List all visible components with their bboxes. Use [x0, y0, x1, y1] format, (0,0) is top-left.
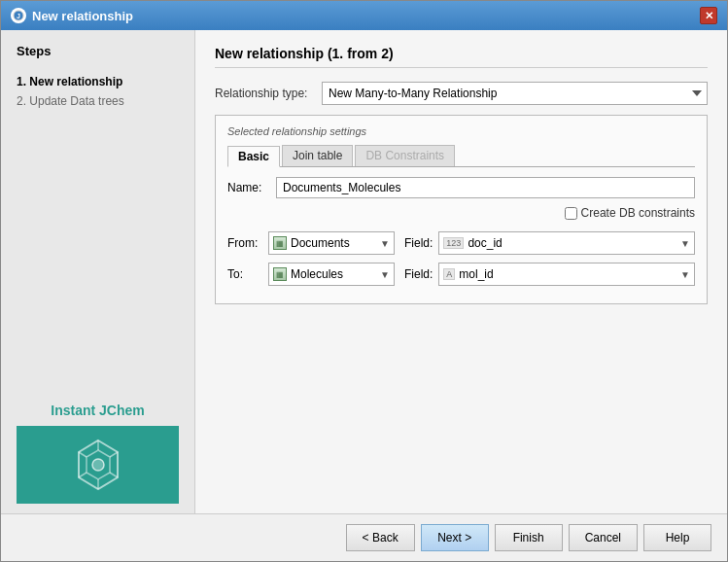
brand-text: Instant JChem	[17, 403, 179, 418]
svg-text:J: J	[17, 13, 20, 19]
svg-line-7	[110, 473, 118, 477]
dialog-icon: J	[11, 8, 26, 23]
to-field-value: mol_id	[459, 267, 493, 281]
relationship-type-label: Relationship type:	[215, 87, 322, 100]
to-table-value: Molecules	[291, 267, 343, 281]
main-title: New relationship (1. from 2)	[215, 46, 708, 68]
from-table-value: Documents	[291, 236, 350, 250]
svg-line-10	[79, 452, 87, 457]
to-table-dropdown[interactable]: ▦ Molecules ▼	[268, 263, 395, 286]
cancel-button[interactable]: Cancel	[569, 524, 638, 551]
from-row: From: ▦ Documents ▼ Field: 123 doc_id	[227, 231, 695, 255]
to-field-dropdown[interactable]: A mol_id ▼	[438, 263, 695, 286]
sidebar: Steps 1. New relationship 2. Update Data…	[1, 30, 195, 513]
create-db-label: Create DB constraints	[581, 206, 695, 220]
create-db-checkbox[interactable]	[565, 207, 577, 220]
step-2: 2. Update Data trees	[17, 91, 179, 111]
to-field-arrow-icon: ▼	[680, 269, 690, 280]
from-table-icon: ▦	[273, 236, 287, 250]
name-row: Name:	[227, 177, 695, 198]
from-table-dropdown[interactable]: ▦ Documents ▼	[268, 231, 395, 255]
svg-line-6	[110, 452, 118, 457]
step-1: 1. New relationship	[17, 72, 179, 91]
name-label: Name:	[227, 181, 276, 194]
relationship-type-row: Relationship type: New Many-to-Many Rela…	[215, 82, 708, 105]
svg-point-4	[92, 459, 104, 471]
from-field-value: doc_id	[468, 236, 502, 250]
tab-join-table[interactable]: Join table	[282, 145, 353, 166]
relationship-type-dropdown[interactable]: New Many-to-Many Relationship	[322, 82, 708, 105]
title-bar: J New relationship ✕	[1, 1, 727, 30]
settings-legend: Selected relationship settings	[227, 125, 695, 137]
from-field-arrow-icon: ▼	[680, 238, 690, 249]
main-panel: New relationship (1. from 2) Relationshi…	[195, 30, 727, 513]
brand-logo-icon	[69, 436, 127, 494]
back-button[interactable]: < Back	[346, 524, 415, 551]
content-area: Steps 1. New relationship 2. Update Data…	[1, 30, 727, 513]
brand-logo-area	[17, 426, 179, 504]
to-field-type-icon: A	[443, 268, 455, 280]
to-field-label: Field:	[404, 267, 433, 281]
name-input[interactable]	[276, 177, 695, 198]
sidebar-brand: Instant JChem	[1, 393, 194, 513]
from-label: From:	[227, 236, 268, 250]
dialog: J New relationship ✕ Steps 1. New relati…	[0, 0, 728, 562]
relationship-type-wrapper: New Many-to-Many Relationship	[322, 82, 708, 105]
tab-basic[interactable]: Basic	[227, 146, 280, 167]
finish-button[interactable]: Finish	[495, 524, 563, 551]
from-field-type-icon: 123	[443, 237, 464, 249]
from-field-label: Field:	[404, 236, 433, 250]
to-table-icon: ▦	[273, 267, 287, 281]
title-bar-left: J New relationship	[11, 8, 133, 23]
next-button[interactable]: Next >	[421, 524, 489, 551]
close-button[interactable]: ✕	[700, 7, 717, 24]
steps-title: Steps	[17, 44, 179, 58]
help-button[interactable]: Help	[643, 524, 711, 551]
footer: < Back Next > Finish Cancel Help	[1, 513, 727, 561]
settings-group-box: Selected relationship settings Basic Joi…	[215, 115, 708, 304]
settings-tabs: Basic Join table DB Constraints	[227, 145, 695, 167]
tab-db-constraints: DB Constraints	[355, 145, 455, 166]
from-field-dropdown[interactable]: 123 doc_id ▼	[438, 231, 695, 255]
create-db-row: Create DB constraints	[227, 206, 695, 220]
sidebar-top: Steps 1. New relationship 2. Update Data…	[1, 30, 194, 393]
svg-line-9	[79, 473, 87, 477]
to-table-arrow-icon: ▼	[380, 269, 390, 280]
dialog-title: New relationship	[32, 9, 133, 23]
to-label: To:	[227, 267, 268, 281]
to-row: To: ▦ Molecules ▼ Field: A mol_id	[227, 263, 695, 286]
from-table-arrow-icon: ▼	[380, 238, 390, 249]
